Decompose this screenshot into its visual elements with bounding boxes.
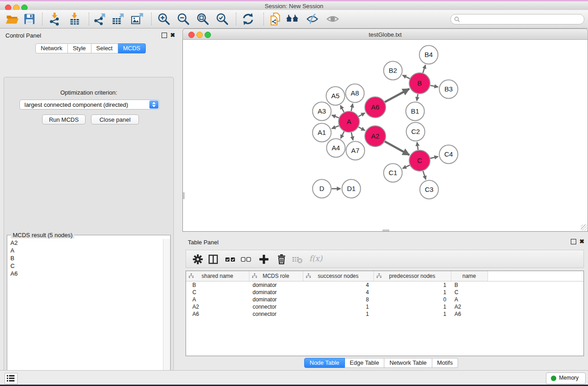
column-header-MCDS-role[interactable]: MCDS role <box>249 271 303 281</box>
cell[interactable]: A <box>186 296 249 303</box>
table-row[interactable]: Adominator80A <box>186 296 583 303</box>
criterion-select[interactable]: largest connected component (directed) <box>19 100 159 110</box>
result-item[interactable]: A6 <box>7 270 163 277</box>
import-table-icon[interactable] <box>68 12 81 26</box>
graph-node-A6[interactable]: A6 <box>365 97 386 118</box>
export-network-icon[interactable] <box>93 12 106 26</box>
edge-C-C2[interactable] <box>417 142 418 150</box>
table-row[interactable]: A6connector11A6 <box>186 310 583 318</box>
cell[interactable]: A2 <box>186 303 249 310</box>
edge-A-A4[interactable] <box>341 131 344 138</box>
open-session-icon[interactable] <box>5 12 19 26</box>
cell[interactable]: connector <box>249 310 303 318</box>
close-table-panel-icon[interactable]: ✖ <box>579 239 584 244</box>
tab-select[interactable]: Select <box>91 43 118 53</box>
edge-C-C1[interactable] <box>402 165 410 168</box>
graph-node-C2[interactable]: C2 <box>406 123 425 141</box>
export-image-icon[interactable] <box>130 12 144 26</box>
tab-motifs[interactable]: Motifs <box>432 358 459 368</box>
network-window-titlebar[interactable]: testGlobe.txt <box>182 29 588 40</box>
tab-edge-table[interactable]: Edge Table <box>345 358 385 368</box>
column-header-shared-name[interactable]: shared name <box>186 271 249 281</box>
graph-node-A3[interactable]: A3 <box>313 102 331 121</box>
cell[interactable]: A2 <box>451 303 488 310</box>
graph-node-C4[interactable]: C4 <box>440 145 458 164</box>
edge-A-A5[interactable] <box>340 105 344 112</box>
float-panel-icon[interactable] <box>162 33 167 38</box>
edge-A-A6[interactable] <box>359 113 365 117</box>
tab-network-table[interactable]: Network Table <box>384 358 432 368</box>
task-history-button[interactable] <box>5 373 18 384</box>
resize-grip[interactable] <box>581 224 587 231</box>
memory-button[interactable]: Memory <box>546 372 586 384</box>
graph-node-A5[interactable]: A5 <box>326 87 345 105</box>
float-table-panel-icon[interactable] <box>571 239 576 244</box>
close-panel-icon[interactable]: ✖ <box>170 33 175 38</box>
function-builder-icon[interactable]: f(x) <box>309 254 322 263</box>
show-graphics-details-icon[interactable] <box>306 12 319 26</box>
settings-icon[interactable] <box>192 254 203 265</box>
graph-node-D1[interactable]: D1 <box>342 180 361 198</box>
cell[interactable]: 8 <box>303 296 373 303</box>
cell[interactable]: 1 <box>373 281 451 289</box>
column-header-name[interactable]: name <box>451 271 488 281</box>
tab-mcds[interactable]: MCDS <box>118 43 146 53</box>
cell[interactable]: 1 <box>303 303 373 310</box>
zoom-fit-icon[interactable] <box>196 12 210 26</box>
cell[interactable]: dominator <box>249 296 303 303</box>
column-header-predecessor-nodes[interactable]: predecessor nodes <box>373 271 451 281</box>
edge-A-A2[interactable] <box>359 127 365 131</box>
cell[interactable]: 1 <box>373 289 451 296</box>
cell[interactable]: A <box>451 296 488 303</box>
network-graph[interactable]: B4B2BB3A5A8A6B1A3AA1C2A4A7A2C4CC1C3DD1 <box>183 40 588 231</box>
cell[interactable]: 0 <box>373 296 451 303</box>
cell[interactable]: dominator <box>249 289 303 296</box>
cell[interactable]: A6 <box>451 310 488 318</box>
horizontal-scroll-indicator[interactable] <box>382 229 389 231</box>
graph-node-B[interactable]: B <box>409 73 430 94</box>
graph-node-C1[interactable]: C1 <box>384 164 402 182</box>
edge-A-A7[interactable] <box>351 132 353 140</box>
table-row[interactable]: A2connector11A2 <box>186 303 583 310</box>
select-all-rows-icon[interactable] <box>225 254 236 265</box>
delete-column-icon[interactable] <box>276 254 287 265</box>
edge-A-A3[interactable] <box>332 115 339 118</box>
zoom-in-icon[interactable] <box>157 12 171 26</box>
refresh-icon[interactable] <box>241 12 255 26</box>
graph-node-D[interactable]: D <box>313 180 331 198</box>
cell[interactable]: 4 <box>303 289 373 296</box>
export-table-icon[interactable] <box>111 12 125 26</box>
result-item[interactable]: B <box>7 254 163 262</box>
graph-node-A7[interactable]: A7 <box>346 142 365 160</box>
result-item[interactable]: C <box>7 262 163 270</box>
home-icon[interactable] <box>286 12 299 26</box>
zoom-selected-icon[interactable] <box>215 12 229 26</box>
graph-node-A[interactable]: A <box>339 111 359 132</box>
cell[interactable]: A6 <box>186 310 249 318</box>
zoom-out-icon[interactable] <box>177 12 190 26</box>
split-view-icon[interactable] <box>208 254 219 265</box>
vertical-scroll-indicator[interactable] <box>183 192 185 199</box>
run-mcds-button[interactable]: Run MCDS <box>42 114 86 124</box>
cell[interactable]: 1 <box>303 310 373 318</box>
search-input[interactable] <box>450 14 584 24</box>
cell[interactable]: 1 <box>373 303 451 310</box>
copy-current-style-icon[interactable] <box>269 12 283 26</box>
cell[interactable]: dominator <box>249 281 303 289</box>
graph-node-B1[interactable]: B1 <box>406 102 425 121</box>
edge-C-C4[interactable] <box>430 157 438 158</box>
tab-node-table[interactable]: Node Table <box>304 358 345 368</box>
result-scrollbar[interactable] <box>163 239 170 386</box>
graph-node-A1[interactable]: A1 <box>313 124 331 142</box>
edge-A-A1[interactable] <box>332 126 339 129</box>
add-column-icon[interactable] <box>258 254 269 265</box>
edge-A-A8[interactable] <box>351 104 353 111</box>
graph-node-A2[interactable]: A2 <box>365 126 386 147</box>
table-row[interactable]: Bdominator41B <box>186 281 583 289</box>
edge-A6-B[interactable] <box>385 89 409 102</box>
cell[interactable]: C <box>186 289 249 296</box>
graph-node-B2[interactable]: B2 <box>384 62 402 80</box>
save-session-icon[interactable] <box>23 12 36 26</box>
deselect-all-rows-icon[interactable] <box>241 254 252 265</box>
cell[interactable]: connector <box>249 303 303 310</box>
